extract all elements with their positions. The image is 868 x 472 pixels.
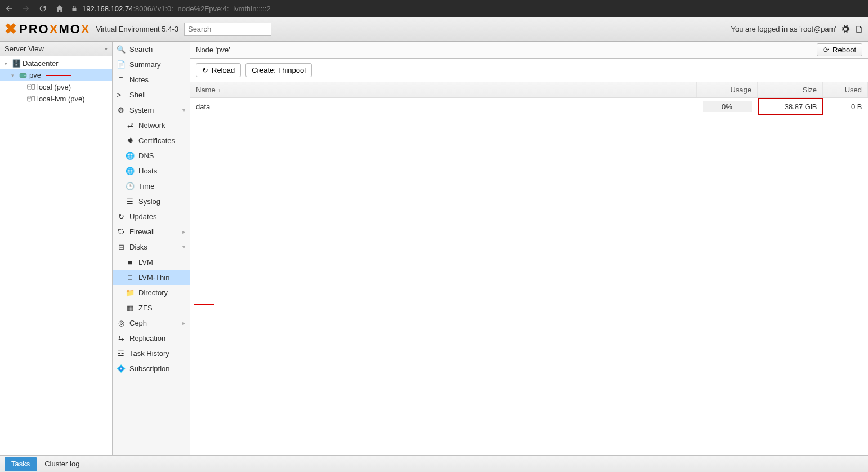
- tree-item-local-lvm[interactable]: local-lvm (pve): [0, 93, 112, 105]
- notes-icon: 🗒: [117, 76, 125, 84]
- storage-icon: [27, 95, 35, 103]
- sidebar-item-label: Subscription: [129, 364, 170, 373]
- ceph-icon: ◎: [117, 319, 125, 327]
- version-text: Virtual Environment 5.4-3: [96, 25, 178, 33]
- col-label: Usage: [730, 86, 751, 94]
- shell-icon: >_: [117, 91, 125, 99]
- sidebar-item-hosts[interactable]: 🌐Hosts: [113, 163, 190, 179]
- subscription-icon: 💠: [117, 365, 125, 373]
- sidebar-item-label: Time: [138, 182, 154, 190]
- sidebar-item-zfs[interactable]: ▦ZFS: [113, 300, 190, 315]
- network-icon: ⇄: [126, 122, 134, 130]
- svg-rect-5: [32, 96, 35, 101]
- tree-item-datacenter[interactable]: ▾ 🗄️ Datacenter: [0, 57, 112, 69]
- refresh-icon: ↻: [117, 213, 125, 221]
- sidebar-item-dns[interactable]: 🌐DNS: [113, 148, 190, 163]
- sidebar-item-notes[interactable]: 🗒Notes: [113, 72, 190, 87]
- folder-icon: 📁: [126, 289, 134, 297]
- usage-text: 0%: [722, 103, 732, 111]
- browser-nav-buttons: [5, 4, 64, 13]
- sidebar-item-label: Ceph: [129, 319, 147, 327]
- view-selector[interactable]: Server View ▾: [0, 42, 112, 56]
- sidebar-item-disks[interactable]: ⊟Disks▾: [113, 239, 190, 255]
- toolbar: ↻ Reload Create: Thinpool: [190, 59, 868, 82]
- col-header-size[interactable]: Size: [758, 82, 823, 98]
- reload-icon[interactable]: [38, 4, 47, 13]
- sidebar-item-syslog[interactable]: ☰Syslog: [113, 194, 190, 209]
- sidebar-item-label: Shell: [129, 91, 146, 99]
- sidebar-item-replication[interactable]: ⇆Replication: [113, 331, 190, 346]
- svg-point-4: [28, 96, 32, 98]
- back-icon[interactable]: [5, 4, 14, 13]
- logo-x-icon: ✖: [5, 20, 18, 38]
- sidebar-item-directory[interactable]: 📁Directory: [113, 285, 190, 300]
- svg-rect-3: [32, 84, 35, 89]
- url-bar[interactable]: 192.168.102.74:8006/#v1:0:=node%2Fpve:4:…: [71, 5, 271, 13]
- sidebar-item-time[interactable]: 🕒Time: [113, 179, 190, 194]
- grid-icon: ▦: [126, 304, 134, 312]
- docs-button[interactable]: [854, 25, 863, 34]
- search-input[interactable]: [184, 23, 271, 36]
- sidebar-item-network[interactable]: ⇄Network: [113, 118, 190, 133]
- sidebar-item-subscription[interactable]: 💠Subscription: [113, 361, 190, 376]
- login-status: You are logged in as 'root@pam': [731, 25, 836, 33]
- expand-icon: ▾: [11, 73, 17, 78]
- col-header-usage[interactable]: Usage: [697, 82, 758, 98]
- button-label: Reload: [212, 66, 235, 74]
- list-icon: ☰: [126, 198, 134, 206]
- sidebar-item-label: Network: [138, 121, 165, 130]
- create-thinpool-button[interactable]: Create: Thinpool: [245, 63, 312, 77]
- col-header-name[interactable]: Name↑: [190, 82, 697, 98]
- home-icon[interactable]: [55, 4, 64, 13]
- sidebar-item-label: ZFS: [138, 304, 153, 312]
- sidebar-item-summary[interactable]: 📄Summary: [113, 57, 190, 72]
- tree-panel: Server View ▾ ▾ 🗄️ Datacenter ▾ pve: [0, 42, 113, 455]
- reload-icon: ↻: [202, 66, 208, 74]
- system-icon: ⚙: [117, 106, 125, 114]
- sidebar-item-updates[interactable]: ↻Updates: [113, 209, 190, 224]
- tree-label: Datacenter: [23, 59, 59, 68]
- sidebar-item-system[interactable]: ⚙System▾: [113, 103, 190, 118]
- sidebar-item-task-history[interactable]: ☲Task History: [113, 346, 190, 361]
- svg-point-1: [24, 74, 25, 75]
- reboot-icon: ⟳: [823, 46, 829, 54]
- sidebar-item-label: Directory: [138, 288, 168, 297]
- logo: ✖ PROXMOX: [5, 20, 91, 38]
- book-icon: [855, 25, 863, 33]
- settings-button[interactable]: [840, 24, 851, 35]
- header-right: You are logged in as 'root@pam': [731, 24, 863, 35]
- button-label: Create: Thinpool: [252, 66, 306, 74]
- sidebar-item-label: Notes: [129, 75, 149, 84]
- cell-usage: 0%: [697, 98, 758, 115]
- tree-item-pve[interactable]: ▾ pve: [0, 69, 112, 81]
- browser-chrome-bar: 192.168.102.74:8006/#v1:0:=node%2Fpve:4:…: [0, 0, 868, 17]
- sidebar-item-certificates[interactable]: ✹Certificates: [113, 133, 190, 148]
- table-row[interactable]: data 0% 38.87 GiB 0 B: [190, 98, 868, 115]
- node-icon: [19, 72, 27, 79]
- replication-icon: ⇆: [117, 335, 125, 342]
- sidebar-item-ceph[interactable]: ◎Ceph▸: [113, 315, 190, 331]
- tree-label: local-lvm (pve): [37, 95, 85, 103]
- url-path: /#v1:0:=node%2Fpve:4:=lvmthin:::::2: [151, 5, 271, 13]
- sidebar-item-lvmthin[interactable]: □LVM-Thin: [113, 270, 190, 285]
- globe-icon: 🌐: [126, 167, 134, 175]
- app-header: ✖ PROXMOX Virtual Environment 5.4-3 You …: [0, 17, 868, 42]
- forward-icon[interactable]: [21, 4, 30, 13]
- col-header-used[interactable]: Used: [823, 82, 868, 98]
- sidebar-item-shell[interactable]: >_Shell: [113, 87, 190, 103]
- sidebar-item-search[interactable]: 🔍Search: [113, 42, 190, 57]
- sidebar-item-label: Task History: [129, 349, 169, 358]
- content-title: Node 'pve': [196, 46, 230, 54]
- square-outline-icon: □: [126, 274, 134, 282]
- svg-point-2: [28, 84, 32, 86]
- sidebar-item-firewall[interactable]: 🛡Firewall▸: [113, 224, 190, 239]
- reboot-button[interactable]: ⟳ Reboot: [817, 43, 862, 56]
- sidebar-item-label: Summary: [129, 60, 161, 69]
- expand-icon: ▾: [5, 61, 10, 66]
- tree-item-local[interactable]: local (pve): [0, 81, 112, 93]
- reload-button[interactable]: ↻ Reload: [196, 63, 241, 77]
- table-header-row: Name↑ Usage Size Used: [190, 82, 868, 98]
- lock-icon: [71, 5, 78, 12]
- cell-used: 0 B: [823, 98, 868, 115]
- sidebar-item-lvm[interactable]: ■LVM: [113, 255, 190, 270]
